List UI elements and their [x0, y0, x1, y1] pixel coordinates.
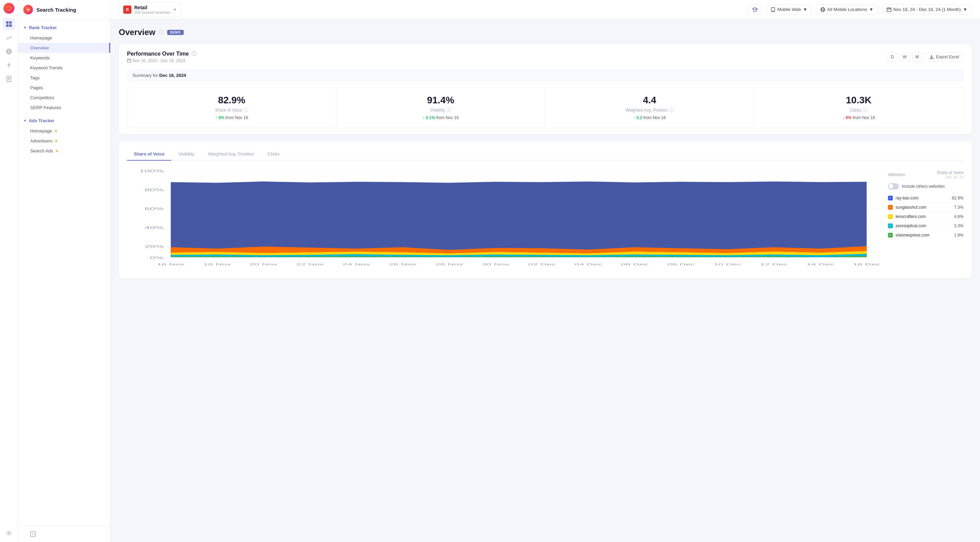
- tab-share-of-voice[interactable]: Share of Voice: [127, 148, 171, 161]
- sidebar-item-advertisers[interactable]: Advertisers ♛: [18, 136, 110, 146]
- legend-domain-lenscrafters: lenscrafters.com: [896, 214, 951, 219]
- vis-change-arrow: [423, 115, 425, 120]
- tab-visibility[interactable]: Visibility: [171, 148, 201, 161]
- include-others-toggle[interactable]: [888, 183, 899, 189]
- svg-text:30 Nov: 30 Nov: [482, 262, 509, 266]
- svg-text:24 Nov: 24 Nov: [342, 262, 371, 266]
- performance-card: Performance Over Time ⓘ Nov 16, 2024 - D…: [119, 44, 972, 134]
- crown-icon-search-ads: ♛: [55, 149, 59, 153]
- legend-domain-rayban: ray-ban.com: [896, 196, 949, 200]
- export-button[interactable]: Export Excel: [925, 52, 964, 62]
- metric-value-pos: 4.4: [554, 95, 746, 106]
- svg-text:100%: 100%: [139, 169, 164, 173]
- sidebar-item-label: Tags: [30, 75, 40, 80]
- summary-label: Summary for: [132, 73, 158, 78]
- svg-rect-22: [887, 8, 891, 12]
- sidebar-item-homepage-rank[interactable]: Homepage: [18, 33, 110, 43]
- topbar-left: R Retail 106 tracked searches ▼: [119, 2, 181, 17]
- brand-selector[interactable]: R Retail 106 tracked searches ▼: [119, 2, 181, 17]
- chart-container: 100% 80% 60% 40% 20% 0%: [127, 167, 964, 272]
- legend-item-rayban[interactable]: ✓ ray-ban.com 82.9%: [888, 194, 964, 203]
- icon-bar-pin[interactable]: [3, 59, 15, 72]
- sov-info-icon[interactable]: ⓘ: [243, 107, 248, 113]
- icon-bar: [0, 0, 18, 542]
- pos-info-icon[interactable]: ⓘ: [669, 107, 674, 113]
- svg-text:02 Dec: 02 Dec: [528, 262, 556, 266]
- sidebar-item-overview[interactable]: Overview: [18, 43, 110, 53]
- period-btn-m[interactable]: M: [912, 52, 922, 62]
- overview-info-icon[interactable]: ⓘ: [159, 29, 164, 35]
- device-chevron: ▼: [803, 7, 807, 12]
- legend-sov-title: Share of Voice: [937, 170, 964, 175]
- clicks-info-icon[interactable]: ⓘ: [862, 107, 867, 113]
- education-button[interactable]: [748, 5, 762, 15]
- chart-section: Share of Voice Visibility Weighted Avg. …: [119, 141, 972, 278]
- legend-item-zennioptical[interactable]: ✓ zennioptical.com 3.3%: [888, 221, 964, 230]
- page-title: Overview: [119, 27, 156, 37]
- sidebar-section-rank-tracker[interactable]: ▼ Rank Tracker: [18, 22, 110, 33]
- vis-info-icon[interactable]: ⓘ: [446, 107, 451, 113]
- period-btn-d[interactable]: D: [888, 52, 897, 62]
- svg-text:80%: 80%: [145, 188, 164, 192]
- sidebar-bottom-item-1[interactable]: [18, 529, 110, 539]
- period-btn-w[interactable]: W: [900, 52, 910, 62]
- metrics-grid: 82.9% Share of Voice ⓘ 8% from Nov 16 91…: [127, 87, 964, 127]
- sidebar-item-label: SERP Features: [30, 105, 61, 110]
- ads-tracker-label: Ads Tracker: [29, 118, 54, 123]
- sidebar-item-label: Homepage: [30, 35, 52, 40]
- sidebar-item-label: Overview: [30, 45, 49, 51]
- tab-clicks[interactable]: Clicks: [261, 148, 286, 161]
- sidebar-item-serp-features[interactable]: SERP Features: [18, 103, 110, 113]
- svg-rect-1: [6, 21, 9, 24]
- sidebar-item-tags[interactable]: Tags: [18, 73, 110, 83]
- svg-text:04 Dec: 04 Dec: [574, 262, 602, 266]
- legend-item-sunglasshut[interactable]: ✓ sunglasshut.com 7.3%: [888, 203, 964, 212]
- icon-bar-globe[interactable]: [3, 45, 15, 58]
- legend-value-rayban: 82.9%: [952, 196, 964, 200]
- sidebar-item-keyword-trends[interactable]: Keyword Trends: [18, 63, 110, 73]
- tab-weighted-avg-position[interactable]: Weighted Avg. Position: [201, 148, 261, 161]
- legend-value-visionexpress: 1.8%: [954, 233, 964, 238]
- sidebar-item-competitors[interactable]: Competitors: [18, 93, 110, 103]
- icon-bar-file[interactable]: [3, 73, 15, 85]
- sidebar-item-label: Homepage: [30, 129, 52, 134]
- location-label: All Mobile Locations: [827, 7, 867, 12]
- sidebar-item-homepage-ads[interactable]: Homepage ♛: [18, 126, 110, 136]
- legend-checkbox-sunglasshut: ✓: [888, 205, 893, 210]
- sidebar-item-pages[interactable]: Pages: [18, 83, 110, 93]
- metric-label-pos: Weighted Avg. Position ⓘ: [554, 107, 746, 113]
- sidebar-logo-icon: [23, 5, 33, 14]
- date-filter[interactable]: Nov 16, 24 - Dec 16, 24 (1 Month) ▼: [882, 5, 972, 14]
- pos-change-arrow: [633, 115, 635, 120]
- svg-text:28 Nov: 28 Nov: [435, 262, 463, 266]
- date-label: Nov 16, 24 - Dec 16, 24 (1 Month): [894, 7, 961, 12]
- toggle-knob: [889, 184, 894, 189]
- brand-info: Retail 106 tracked searches: [134, 5, 170, 14]
- location-filter[interactable]: All Mobile Locations ▼: [816, 5, 878, 14]
- legend-item-visionexpress[interactable]: ✓ visionexpress.com 1.8%: [888, 230, 964, 240]
- legend-domain-zennioptical: zennioptical.com: [896, 224, 951, 228]
- svg-text:22 Nov: 22 Nov: [296, 262, 324, 266]
- svg-text:20 Nov: 20 Nov: [250, 262, 277, 266]
- perf-info-icon[interactable]: ⓘ: [191, 51, 196, 57]
- legend-value-sunglasshut: 7.3%: [954, 205, 964, 210]
- topbar-right: Mobile Web ▼ All Mobile Locations ▼ Nov …: [748, 5, 972, 15]
- svg-text:40%: 40%: [145, 226, 164, 230]
- icon-bar-chart[interactable]: [3, 32, 15, 44]
- sidebar-section-ads-tracker[interactable]: ▼ Ads Tracker: [18, 115, 110, 126]
- brand-name: Retail: [134, 5, 170, 10]
- sov-change-val: 8%: [219, 115, 224, 120]
- sidebar-item-search-ads[interactable]: Search Ads ♛: [18, 146, 110, 156]
- svg-rect-3: [6, 24, 9, 27]
- sidebar-item-keywords[interactable]: Keywords: [18, 53, 110, 63]
- include-others-row[interactable]: Include others websites: [888, 183, 964, 189]
- legend-item-lenscrafters[interactable]: ✓ lenscrafters.com 4.6%: [888, 212, 964, 221]
- icon-bar-dashboard[interactable]: [3, 18, 15, 30]
- clicks-change-arrow: [842, 115, 845, 120]
- legend-value-zennioptical: 3.3%: [954, 224, 964, 228]
- device-filter[interactable]: Mobile Web ▼: [766, 5, 812, 14]
- metric-visibility: 91.4% Visibility ⓘ 0.1% from Nov 16: [336, 88, 546, 127]
- svg-rect-2: [9, 21, 12, 24]
- icon-bar-settings[interactable]: [3, 527, 15, 539]
- sidebar-logo: Search Tracking: [18, 0, 110, 19]
